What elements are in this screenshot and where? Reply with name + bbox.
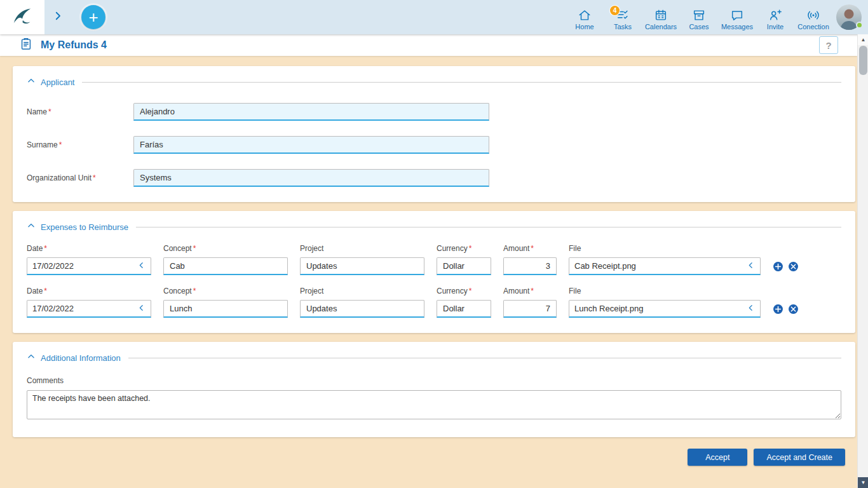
app-logo[interactable] [0, 0, 44, 34]
organizational-unit-field-row: Organizational Unit* [27, 169, 841, 187]
nav-invite[interactable]: Invite [756, 8, 794, 30]
chevron-left-icon [747, 304, 755, 314]
name-input[interactable] [133, 103, 489, 121]
concept-label: Concept* [163, 244, 288, 253]
nav-calendars-label: Calendars [645, 23, 677, 30]
amount-input[interactable] [503, 257, 557, 275]
amount-input[interactable] [503, 300, 557, 318]
help-button[interactable]: ? [819, 36, 838, 54]
file-picker[interactable]: Cab Receipt.png [569, 257, 761, 275]
currency-label: Currency* [437, 287, 491, 295]
chevron-left-icon [137, 261, 146, 271]
date-value: 17/02/2022 [32, 304, 74, 313]
page-title: My Refunds 4 [41, 39, 107, 51]
organizational-unit-input[interactable] [133, 169, 489, 187]
user-menu[interactable] [836, 4, 862, 30]
nav-messages-label: Messages [721, 23, 753, 30]
date-picker[interactable]: 17/02/2022 [27, 300, 151, 318]
required-mark: * [59, 140, 62, 149]
invite-user-icon [768, 8, 782, 22]
comments-textarea[interactable]: The receipts have been attached. [27, 390, 841, 419]
surname-label: Surname* [27, 140, 133, 149]
nav-tasks-label: Tasks [614, 23, 632, 30]
additional-collapse-button[interactable] [27, 352, 36, 363]
file-value: Lunch Receipt.png [574, 304, 643, 313]
form-actions: Accept Accept and Create [13, 449, 855, 466]
nav-connection-label: Conection [797, 23, 829, 30]
nav-home[interactable]: Home [566, 8, 604, 30]
accept-button[interactable]: Accept [688, 449, 747, 466]
accept-and-create-button[interactable]: Accept and Create [754, 449, 845, 466]
chevron-up-icon [27, 221, 36, 233]
name-label: Name* [27, 107, 133, 116]
amount-label: Amount* [503, 287, 557, 295]
nav-calendars[interactable]: Calendars [642, 8, 680, 30]
project-input[interactable] [300, 300, 424, 318]
nav-cases[interactable]: Cases [680, 8, 718, 30]
file-value: Cab Receipt.png [574, 261, 636, 271]
new-case-button[interactable]: + [81, 5, 105, 29]
add-row-icon[interactable] [773, 261, 783, 272]
date-picker[interactable]: 17/02/2022 [27, 257, 151, 275]
tasks-badge: 4 [610, 6, 620, 15]
concept-label: Concept* [163, 287, 288, 295]
required-mark: * [48, 107, 51, 116]
organizational-unit-label: Organizational Unit* [27, 173, 133, 182]
surname-input[interactable] [133, 136, 489, 154]
required-mark: * [93, 173, 96, 182]
expenses-section: Expenses to Reimburse Date* Concept* Pro… [13, 211, 855, 333]
vertical-scrollbar[interactable]: ▲ ▼ [857, 34, 868, 488]
scrollbar-thumb[interactable] [859, 46, 867, 75]
date-value: 17/02/2022 [32, 261, 74, 271]
section-divider [82, 82, 841, 83]
section-divider [128, 358, 841, 358]
delete-row-icon[interactable] [788, 304, 799, 315]
currency-input[interactable] [437, 257, 491, 275]
topbar: + Home 4 Tasks Calendars Cases Messages … [0, 0, 868, 34]
applicant-collapse-button[interactable] [27, 76, 36, 88]
file-label: File [569, 287, 761, 295]
form-clipboard-icon [19, 37, 33, 53]
expense-row: Date* Concept* Project Currency* Amount*… [27, 244, 841, 275]
applicant-section: Applicant Name* Surname* Organizational … [13, 66, 855, 202]
chevron-left-icon [747, 261, 755, 271]
chevron-up-icon [27, 76, 36, 88]
nav-tasks[interactable]: 4 Tasks [604, 8, 642, 30]
scroll-down-arrow[interactable]: ▼ [858, 477, 868, 488]
date-label: Date* [27, 287, 151, 295]
section-divider [136, 227, 841, 227]
applicant-section-title: Applicant [41, 78, 74, 87]
nav-invite-label: Invite [767, 23, 783, 30]
additional-information-section: Additional Information Comments The rece… [13, 342, 855, 437]
connection-icon [806, 8, 820, 22]
logo-icon [10, 4, 34, 30]
scroll-up-arrow[interactable]: ▲ [858, 34, 868, 45]
expenses-collapse-button[interactable] [27, 221, 36, 233]
top-navigation: Home 4 Tasks Calendars Cases Messages In… [566, 4, 832, 30]
file-picker[interactable]: Lunch Receipt.png [569, 300, 761, 318]
currency-input[interactable] [437, 300, 491, 318]
chevron-left-icon [137, 304, 146, 314]
additional-section-title: Additional Information [41, 353, 121, 363]
concept-input[interactable] [163, 257, 288, 275]
cases-icon [692, 8, 706, 22]
date-label: Date* [27, 244, 151, 253]
nav-connection[interactable]: Conection [794, 8, 832, 30]
page-header: My Refunds 4 ? [0, 34, 857, 56]
project-label: Project [300, 244, 424, 253]
nav-home-label: Home [575, 23, 593, 30]
home-icon [578, 8, 592, 22]
project-input[interactable] [300, 257, 424, 275]
delete-row-icon[interactable] [788, 261, 799, 272]
sidebar-expand-button[interactable] [48, 8, 67, 27]
expense-row: Date* Concept* Project Currency* Amount*… [27, 287, 841, 318]
chevron-up-icon [27, 352, 36, 363]
project-label: Project [300, 287, 424, 295]
chevron-right-icon [52, 10, 64, 24]
add-row-icon[interactable] [773, 304, 783, 315]
nav-cases-label: Cases [689, 23, 709, 30]
form-content: Applicant Name* Surname* Organizational … [0, 56, 857, 488]
name-field-row: Name* [27, 103, 841, 121]
concept-input[interactable] [163, 300, 288, 318]
nav-messages[interactable]: Messages [718, 8, 756, 30]
